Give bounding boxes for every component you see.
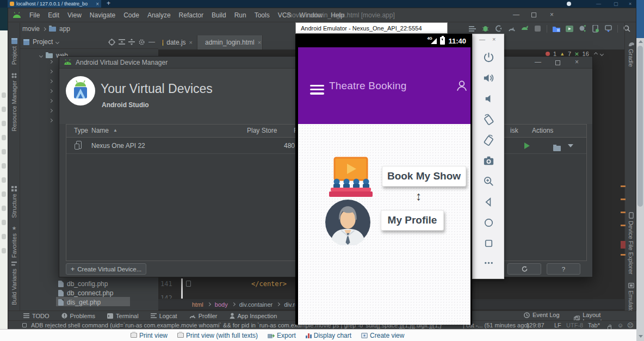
display-chart-link[interactable]: Display chart: [306, 332, 351, 339]
toolwindow-todo[interactable]: TODO: [23, 313, 49, 319]
tree-collapsed-chevron[interactable]: [49, 79, 53, 83]
menu-navigate[interactable]: Navigate: [90, 11, 115, 19]
menu-edit[interactable]: Edit: [48, 11, 59, 19]
volume-up-icon[interactable]: [482, 72, 495, 84]
collapse-all-icon[interactable]: [119, 39, 125, 45]
device-manager-icon[interactable]: [552, 24, 560, 33]
print-view-link[interactable]: Print view: [131, 332, 168, 339]
ide-maximize-icon[interactable]: [531, 13, 536, 17]
happy-face-icon[interactable]: [617, 322, 623, 328]
stripe-emulator[interactable]: Emulator: [625, 283, 637, 314]
home-icon[interactable]: [482, 216, 495, 229]
back-icon[interactable]: [482, 196, 495, 208]
stripe-project[interactable]: Project: [8, 38, 20, 65]
debug-icon[interactable]: [481, 24, 490, 33]
tab-date-js[interactable]: date.js ×: [158, 35, 197, 49]
gear-icon[interactable]: [138, 39, 145, 46]
browser-close-icon[interactable]: ×: [629, 1, 631, 7]
scrollbar-thumb[interactable]: [637, 46, 643, 207]
more-actions-icon[interactable]: [568, 144, 573, 147]
refresh-button[interactable]: [507, 263, 541, 275]
col-name[interactable]: Name: [91, 127, 109, 134]
crumb-body[interactable]: body: [215, 301, 228, 308]
next-error-icon[interactable]: [600, 52, 604, 55]
col-actions[interactable]: Actions: [532, 127, 553, 134]
attach-debugger-icon[interactable]: [494, 24, 503, 33]
stripe-warning-mark[interactable]: [621, 199, 626, 200]
build-icon[interactable]: [468, 24, 476, 33]
avd-manager-icon[interactable]: [565, 24, 573, 33]
ide-minimize-icon[interactable]: —: [513, 11, 519, 18]
crumb-html[interactable]: html: [192, 301, 203, 308]
menu-build[interactable]: Build: [212, 11, 226, 19]
create-virtual-device-button[interactable]: + Create Virtual Device...: [66, 263, 146, 275]
profiler-icon[interactable]: [507, 24, 516, 33]
stripe-warning-mark[interactable]: [621, 212, 626, 213]
tree-collapsed-chevron[interactable]: [49, 99, 53, 103]
rotate-right-icon[interactable]: [482, 134, 495, 146]
hamburger-menu-icon[interactable]: [310, 85, 324, 95]
book-my-show-button[interactable]: Book My Show: [382, 166, 466, 187]
col-disk[interactable]: isk: [510, 127, 518, 134]
tab-close-icon[interactable]: ×: [96, 1, 99, 7]
power-icon[interactable]: [482, 51, 495, 64]
stripe-warning-mark[interactable]: [621, 225, 626, 226]
breadcrumb-project[interactable]: movie: [22, 25, 40, 33]
menu-run[interactable]: Run: [234, 11, 246, 19]
menu-view[interactable]: View: [67, 11, 82, 19]
tree-collapsed-chevron[interactable]: [49, 89, 53, 93]
toolwindow-event-log[interactable]: Event Log: [524, 312, 560, 318]
sdk-manager-icon[interactable]: [604, 24, 612, 33]
my-profile-button[interactable]: My Profile: [381, 210, 444, 231]
stripe-device-file-explorer[interactable]: Device File Explorer: [625, 212, 637, 274]
apply-changes-icon[interactable]: [521, 24, 529, 33]
export-link[interactable]: Export: [268, 332, 296, 339]
stripe-warning-mark[interactable]: [621, 254, 626, 256]
file-db-connect[interactable]: db_connect.php: [58, 288, 113, 297]
toolwindow-logcat[interactable]: Logcat: [151, 313, 177, 319]
line-separator[interactable]: LF: [554, 322, 561, 328]
menu-code[interactable]: Code: [123, 11, 139, 19]
expand-collapse-icon[interactable]: [128, 39, 135, 45]
browser-tab[interactable]: localhost / 127.0.0.1 / theatre_bo ×: [8, 0, 101, 8]
toolwindow-profiler[interactable]: Profiler: [189, 313, 218, 319]
toolwindow-app-inspection[interactable]: App Inspection: [230, 313, 277, 319]
rotate-left-icon[interactable]: [482, 113, 495, 126]
tree-collapsed-chevron[interactable]: [49, 109, 53, 113]
browser-minimize-icon[interactable]: —: [596, 1, 601, 7]
stripe-gradle[interactable]: Gradle: [625, 41, 637, 67]
menu-file[interactable]: File: [29, 11, 40, 19]
chevron-expanded-icon[interactable]: [39, 53, 43, 57]
file-dis-get[interactable]: dis_get.php: [58, 297, 101, 307]
stripe-build-variants[interactable]: Build Variants: [8, 261, 20, 305]
menu-refactor[interactable]: Refactor: [179, 11, 203, 19]
emulator-minimize-icon[interactable]: —: [479, 36, 485, 42]
tree-collapsed-chevron[interactable]: [49, 60, 53, 64]
dialog-minimize-icon[interactable]: —: [535, 58, 541, 66]
stripe-resource-manager[interactable]: Resource Manager: [8, 73, 20, 132]
browser-profile-icon[interactable]: [567, 2, 571, 6]
open-folder-icon[interactable]: [553, 146, 561, 151]
file-db-config[interactable]: db_config.php: [58, 279, 108, 288]
col-play-store[interactable]: Play Store: [247, 127, 277, 134]
fold-marker-icon[interactable]: [186, 281, 191, 287]
gradle-sync-icon[interactable]: [578, 24, 586, 33]
more-icon[interactable]: [482, 257, 495, 269]
print-view-full-link[interactable]: Print view (with full texts): [177, 332, 258, 339]
stop-icon[interactable]: [534, 24, 542, 33]
dialog-maximize-icon[interactable]: [555, 60, 560, 65]
device-check-icon[interactable]: [591, 24, 599, 33]
stripe-warning-mark[interactable]: [621, 185, 626, 187]
stripe-error-mark[interactable]: [621, 241, 626, 249]
dialog-close-icon[interactable]: ×: [575, 58, 579, 66]
crumb-container[interactable]: div.container: [239, 301, 273, 308]
menu-analyze[interactable]: Analyze: [147, 11, 171, 19]
tab-close-icon[interactable]: ×: [258, 39, 261, 46]
toolwindow-problems[interactable]: Problems: [61, 313, 95, 319]
tree-collapsed-chevron[interactable]: [49, 119, 53, 122]
tab-admin-login-html[interactable]: admin_login.html ×: [197, 35, 263, 49]
locate-file-icon[interactable]: [108, 39, 115, 46]
hide-panel-icon[interactable]: —: [148, 38, 155, 46]
scroll-up-icon[interactable]: [639, 40, 643, 43]
col-type[interactable]: Type: [74, 127, 88, 134]
